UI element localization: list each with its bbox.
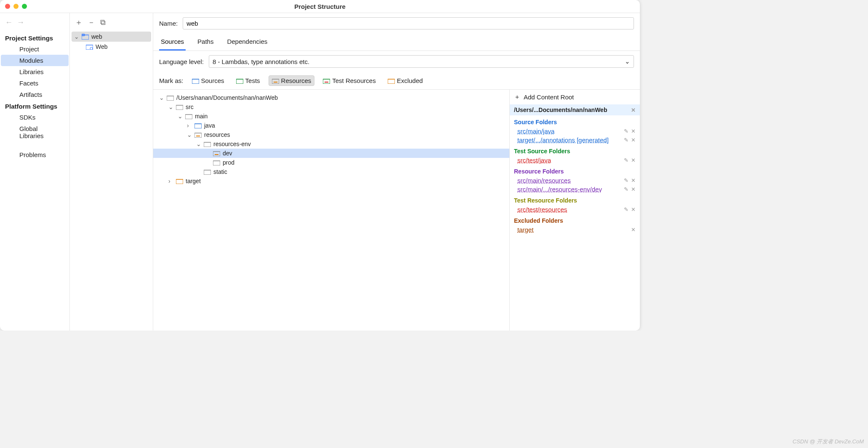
- svg-rect-18: [213, 152, 220, 156]
- edit-icon[interactable]: ✎: [624, 157, 628, 163]
- folder-entry[interactable]: src/test/java✎✕: [510, 156, 640, 165]
- remove-module-icon[interactable]: －: [88, 17, 95, 27]
- resource-folder-icon: [194, 132, 202, 138]
- nav-forward-icon[interactable]: →: [17, 18, 24, 27]
- folder-group-title: Resource Folders: [510, 165, 640, 176]
- folder-entry[interactable]: target✕: [510, 225, 640, 234]
- nav-problems[interactable]: Problems: [1, 149, 69, 160]
- module-web-child[interactable]: Web: [72, 42, 151, 52]
- folder-icon: [204, 141, 211, 147]
- chevron-down-icon: ⌄: [74, 33, 79, 40]
- tree-resources[interactable]: ⌄resources: [153, 130, 509, 139]
- name-label: Name:: [159, 20, 178, 27]
- mark-excluded-button[interactable]: Excluded: [384, 75, 426, 86]
- nav-project[interactable]: Project: [1, 43, 69, 55]
- tree-java[interactable]: ›java: [153, 121, 509, 130]
- module-child-name: Web: [96, 43, 108, 50]
- window-title: Project Structure: [0, 3, 640, 10]
- chevron-down-icon: ⌄: [625, 58, 630, 65]
- svg-point-3: [90, 47, 93, 50]
- edit-icon[interactable]: ✎: [624, 137, 628, 143]
- name-input[interactable]: [183, 17, 634, 29]
- close-icon[interactable]: ✕: [631, 137, 636, 143]
- mark-test-resources-button[interactable]: Test Resources: [320, 75, 379, 86]
- svg-rect-13: [185, 115, 192, 119]
- folder-icon: [213, 160, 220, 165]
- source-folder-icon: [194, 123, 202, 128]
- module-folder-icon: [82, 34, 89, 40]
- edit-icon[interactable]: ✎: [624, 186, 628, 192]
- tree-main[interactable]: ⌄main: [153, 112, 509, 121]
- module-web[interactable]: ⌄ web: [72, 32, 151, 42]
- add-module-icon[interactable]: ＋: [75, 17, 83, 27]
- mark-tests-button[interactable]: Tests: [233, 75, 264, 86]
- nav-global-libraries[interactable]: Global Libraries: [1, 123, 69, 141]
- modules-tree-panel: ＋ － ⧉ ⌄ web Web: [70, 13, 153, 331]
- svg-rect-17: [204, 142, 211, 147]
- excluded-folder-icon: [176, 178, 183, 184]
- svg-rect-6: [272, 79, 279, 84]
- folder-entry[interactable]: src/main/resources✎✕: [510, 176, 640, 185]
- folder-icon: [204, 169, 211, 175]
- tab-paths[interactable]: Paths: [196, 34, 215, 51]
- folder-group-title: Test Resource Folders: [510, 194, 640, 205]
- tree-target[interactable]: ›target: [153, 176, 509, 186]
- tree-resources-env[interactable]: ⌄resources-env: [153, 139, 509, 149]
- svg-rect-21: [204, 170, 211, 175]
- folder-group-title: Source Folders: [510, 115, 640, 127]
- content-root-path[interactable]: /Users/...Documents/nan/nanWeb✕: [510, 104, 640, 115]
- language-level-label: Language level:: [159, 58, 204, 65]
- settings-sidebar: ← → Project Settings Project Modules Lib…: [0, 13, 70, 331]
- module-tabs: Sources Paths Dependencies: [153, 34, 640, 51]
- tab-sources[interactable]: Sources: [159, 34, 186, 51]
- folder-entry[interactable]: src/main/.../resources-env/dev✎✕: [510, 185, 640, 194]
- nav-facets[interactable]: Facets: [1, 77, 69, 89]
- mark-sources-button[interactable]: Sources: [189, 75, 228, 86]
- tree-root[interactable]: ⌄/Users/nanan/Documents/nan/nanWeb: [153, 93, 509, 102]
- svg-rect-12: [176, 105, 183, 110]
- svg-rect-8: [323, 79, 330, 84]
- folder-icon: [176, 104, 183, 110]
- edit-icon[interactable]: ✎: [624, 177, 628, 184]
- close-icon[interactable]: ✕: [631, 157, 636, 163]
- tree-static[interactable]: ›static: [153, 167, 509, 176]
- language-level-select[interactable]: 8 - Lambdas, type annotations etc. ⌄: [209, 55, 634, 68]
- nav-sdks[interactable]: SDKs: [1, 112, 69, 123]
- folder-entry[interactable]: src/test/resources✎✕: [510, 205, 640, 214]
- nav-back-icon[interactable]: ←: [5, 18, 13, 27]
- close-icon[interactable]: ✕: [631, 186, 636, 192]
- svg-rect-11: [167, 96, 174, 101]
- folder-entry[interactable]: src/main/java✎✕: [510, 127, 640, 136]
- tree-src[interactable]: ⌄src: [153, 102, 509, 112]
- svg-rect-15: [194, 133, 202, 138]
- tree-prod[interactable]: ›prod: [153, 158, 509, 167]
- edit-icon[interactable]: ✎: [624, 206, 628, 213]
- titlebar: Project Structure: [0, 0, 640, 13]
- project-structure-dialog: Project Structure ← → Project Settings P…: [0, 0, 640, 331]
- folder-group-title: Test Source Folders: [510, 144, 640, 156]
- nav-artifacts[interactable]: Artifacts: [1, 89, 69, 100]
- mark-resources-button[interactable]: Resources: [269, 75, 315, 86]
- close-icon[interactable]: ✕: [631, 128, 636, 134]
- close-icon[interactable]: ✕: [631, 177, 636, 184]
- add-content-root-button[interactable]: ＋Add Content Root: [510, 90, 640, 104]
- tree-dev[interactable]: ›dev: [153, 149, 509, 158]
- svg-rect-14: [194, 124, 202, 128]
- svg-rect-5: [236, 79, 243, 84]
- copy-module-icon[interactable]: ⧉: [100, 18, 106, 27]
- tab-dependencies[interactable]: Dependencies: [225, 34, 269, 51]
- close-icon[interactable]: ✕: [631, 227, 636, 233]
- content-roots-panel: ＋Add Content Root /Users/...Documents/na…: [509, 90, 640, 331]
- svg-rect-20: [213, 161, 220, 165]
- section-platform-settings: Platform Settings: [0, 100, 69, 112]
- folder-icon: [167, 95, 174, 101]
- mark-as-label: Mark as:: [159, 77, 184, 84]
- close-icon[interactable]: ✕: [631, 206, 636, 213]
- close-icon[interactable]: ✕: [631, 107, 636, 113]
- folder-entry[interactable]: target/.../annotations [generated]✎✕: [510, 136, 640, 144]
- svg-rect-4: [192, 79, 199, 84]
- nav-modules[interactable]: Modules: [1, 55, 69, 66]
- edit-icon[interactable]: ✎: [624, 128, 628, 134]
- nav-libraries[interactable]: Libraries: [1, 66, 69, 77]
- folder-icon: [185, 113, 192, 119]
